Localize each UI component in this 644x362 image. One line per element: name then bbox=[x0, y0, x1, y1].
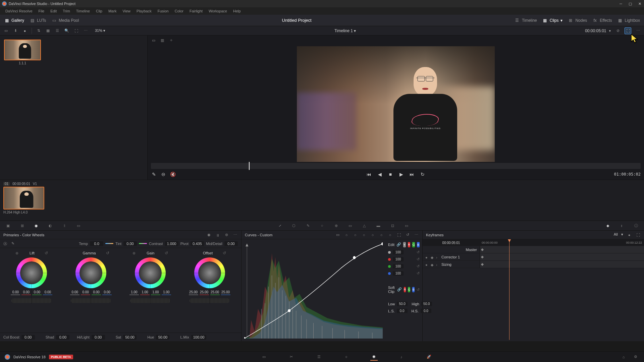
softclip-r-button[interactable]: R bbox=[404, 287, 406, 292]
curves-reset-icon[interactable]: ↺ bbox=[405, 232, 410, 238]
curves-more-icon[interactable]: ⋯ bbox=[414, 232, 419, 238]
lmix-value[interactable]: 100.00 bbox=[191, 335, 207, 340]
project-settings-button[interactable]: ⚙ bbox=[632, 353, 639, 361]
channel-g-button[interactable]: G bbox=[412, 242, 415, 247]
next-frame-button[interactable]: ⏭ bbox=[409, 171, 415, 177]
menu-file[interactable]: File bbox=[36, 8, 47, 14]
curves-expand-icon[interactable]: ⛶ bbox=[396, 232, 401, 238]
hue-value[interactable]: 50.00 bbox=[156, 335, 169, 340]
menu-color[interactable]: Color bbox=[172, 8, 186, 14]
diamond-icon[interactable]: ◆ bbox=[431, 263, 434, 266]
lift-y[interactable]: 0.00 bbox=[11, 290, 20, 294]
menu-clip[interactable]: Clip bbox=[93, 8, 105, 14]
intensity-g[interactable]: 100 bbox=[393, 264, 404, 268]
fusion-page-button[interactable]: ⟡ bbox=[343, 353, 350, 361]
image-wipe-icon[interactable]: ▭ bbox=[151, 38, 156, 43]
auto-balance-icon[interactable]: Ⓐ bbox=[3, 241, 9, 246]
key-icon[interactable]: ▬ bbox=[375, 222, 382, 229]
close-button[interactable]: ✕ bbox=[637, 1, 642, 6]
chevron-right-icon[interactable]: › bbox=[436, 263, 439, 266]
lift-reset-icon[interactable]: ↺ bbox=[45, 251, 48, 255]
prev-frame-button[interactable]: ◀ bbox=[377, 171, 383, 177]
pick-white-icon[interactable]: ✎ bbox=[11, 241, 17, 246]
edit-page-button[interactable]: ☰ bbox=[315, 353, 323, 361]
offset-r[interactable]: 25.00 bbox=[200, 290, 209, 294]
menu-trim[interactable]: Trim bbox=[60, 8, 73, 14]
lift-g[interactable]: 0.00 bbox=[32, 290, 42, 294]
mediapool-toggle[interactable]: ▭Media Pool bbox=[51, 18, 79, 23]
gamma-reset-icon[interactable]: ↺ bbox=[106, 251, 109, 255]
still-thumbnail[interactable]: 1.1.1 bbox=[4, 40, 41, 65]
menu-playback[interactable]: Playback bbox=[134, 8, 154, 14]
intensity-b[interactable]: 100 bbox=[393, 271, 404, 276]
motion-effects-icon[interactable]: ▭ bbox=[75, 222, 82, 229]
diamond-icon[interactable]: ◆ bbox=[431, 255, 434, 259]
sizing-icon[interactable]: ⊡ bbox=[389, 222, 396, 229]
contrast-value[interactable]: 1.000 bbox=[165, 241, 178, 246]
softclip-link-icon[interactable]: 🔗 bbox=[397, 287, 402, 292]
keyframe-record-icon[interactable]: ● bbox=[627, 232, 632, 238]
menu-mark[interactable]: Mark bbox=[106, 8, 119, 14]
eyedropper-icon[interactable]: ✎ bbox=[151, 171, 157, 177]
middetail-value[interactable]: 0.00 bbox=[224, 241, 238, 246]
y-reset-icon[interactable]: ↺ bbox=[417, 250, 420, 254]
curves-mode-1-icon[interactable]: ○ bbox=[344, 232, 349, 238]
qualifier-icon[interactable]: ✎ bbox=[305, 222, 311, 229]
color-match-icon[interactable]: ⊞ bbox=[19, 222, 25, 229]
bypass-icon[interactable]: ⊘ bbox=[615, 28, 621, 34]
more-options-icon[interactable]: ⋯ bbox=[635, 28, 641, 34]
keyframes-all-label[interactable]: All bbox=[614, 232, 618, 238]
lift-r[interactable]: 0.00 bbox=[21, 290, 31, 294]
ls-value[interactable]: 0.0 bbox=[397, 309, 408, 313]
expand-viewer-button[interactable]: ⛶ bbox=[625, 27, 631, 34]
keyframes-palette-icon[interactable]: ◈ bbox=[604, 222, 611, 229]
home-button[interactable]: ⌂ bbox=[620, 353, 627, 361]
gain-g[interactable]: 1.00 bbox=[151, 290, 160, 294]
keyframes-row-sizing[interactable]: ●◆›Sizing bbox=[423, 261, 644, 268]
low-value[interactable]: 50.0 bbox=[397, 302, 408, 306]
keyframes-ruler[interactable]: 00:00:00:00 00:00:12:22 bbox=[480, 239, 644, 246]
b-reset-icon[interactable]: ↺ bbox=[417, 271, 420, 276]
split-screen-icon[interactable]: ▥ bbox=[160, 38, 165, 43]
color-wheels-icon[interactable]: ◉ bbox=[33, 222, 40, 229]
curves-histogram-icon[interactable]: ▭ bbox=[335, 232, 340, 238]
highlight-icon[interactable]: ✧ bbox=[168, 38, 174, 43]
pick-white-icon[interactable]: ⊕ bbox=[132, 251, 137, 255]
curves-mode-3-icon[interactable]: ○ bbox=[361, 232, 367, 238]
play-button[interactable]: ▶ bbox=[398, 171, 404, 177]
g-reset-icon[interactable]: ↺ bbox=[417, 264, 420, 268]
gamma-b[interactable]: 0.00 bbox=[102, 290, 112, 294]
media-page-button[interactable]: ▭ bbox=[260, 353, 268, 361]
offset-b[interactable]: 25.00 bbox=[221, 290, 230, 294]
magic-mask-icon[interactable]: ▭ bbox=[347, 222, 354, 229]
first-frame-button[interactable]: ⏮ bbox=[366, 171, 372, 177]
curves-mode-5-icon[interactable]: ○ bbox=[379, 232, 384, 238]
r-reset-icon[interactable]: ↺ bbox=[417, 257, 420, 261]
menu-edit[interactable]: Edit bbox=[48, 8, 59, 14]
menu-davinciresolve[interactable]: DaVinci Resolve bbox=[3, 8, 35, 14]
keyframes-row-master[interactable]: Master bbox=[423, 246, 644, 253]
clip-thumbnail[interactable]: 01 00:00:05:01 V1 H.264 High L4.0 bbox=[3, 182, 44, 214]
keyframes-row-corrector[interactable]: ●◆›Corrector 1 bbox=[423, 253, 644, 261]
mute-icon[interactable]: 🔇 bbox=[170, 171, 176, 177]
color-page-button[interactable]: ◉ bbox=[370, 353, 378, 361]
blur-icon[interactable]: △ bbox=[361, 222, 368, 229]
timeline-name[interactable]: Timeline 1 ▾ bbox=[334, 28, 356, 33]
toggle-icon[interactable]: ● bbox=[425, 263, 429, 266]
viewer-scrubber[interactable] bbox=[151, 163, 641, 169]
3d-icon[interactable]: ▭ bbox=[403, 222, 410, 229]
cut-page-button[interactable]: ✂ bbox=[288, 353, 295, 361]
camera-raw-icon[interactable]: ▣ bbox=[5, 222, 11, 229]
deliver-page-button[interactable]: 🚀 bbox=[425, 353, 433, 361]
stop-button[interactable]: ■ bbox=[387, 171, 393, 177]
scopes-icon[interactable]: ⫾ bbox=[619, 222, 625, 229]
softclip-b-button[interactable]: B bbox=[412, 287, 415, 292]
curves-mode-2-icon[interactable]: ○ bbox=[353, 232, 358, 238]
more-icon[interactable]: ⋯ bbox=[232, 232, 238, 238]
hdr-wheels-icon[interactable]: ◐ bbox=[47, 222, 54, 229]
stills-mode-icon[interactable]: ▭ bbox=[3, 28, 9, 34]
lift-wheel[interactable] bbox=[16, 257, 47, 288]
unmix-icon[interactable]: ⊝ bbox=[160, 171, 166, 177]
intensity-r[interactable]: 100 bbox=[393, 257, 404, 261]
lightbox-toggle[interactable]: ▦Lightbox bbox=[618, 18, 640, 23]
